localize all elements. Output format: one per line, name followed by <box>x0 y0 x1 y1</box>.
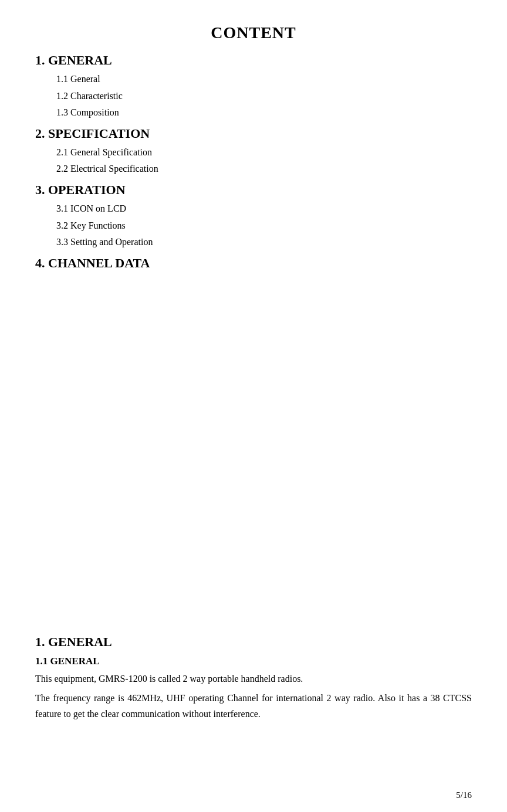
toc-item-3-2: 3.2 Key Functions <box>56 218 472 233</box>
toc-heading-3: 3. OPERATION <box>35 182 472 198</box>
page: CONTENT 1. GENERAL 1.1 General 1.2 Chara… <box>0 0 507 812</box>
toc-item-1-1: 1.1 General <box>56 72 472 87</box>
page-number: 5/16 <box>456 790 472 800</box>
general-para-1: This equipment, GMRS-1200 is called 2 wa… <box>35 671 472 687</box>
toc-item-3-3: 3.3 Setting and Operation <box>56 235 472 250</box>
general-section-heading: 1. GENERAL <box>35 634 472 650</box>
page-title: CONTENT <box>35 23 472 42</box>
toc-section-3: 3. OPERATION 3.1 ICON on LCD 3.2 Key Fun… <box>35 182 472 250</box>
toc-section-1: 1. GENERAL 1.1 General 1.2 Characteristi… <box>35 53 472 120</box>
general-para-2: The frequency range is 462MHz, UHF opera… <box>35 690 472 722</box>
toc-item-3-1: 3.1 ICON on LCD <box>56 201 472 216</box>
toc-heading-4: 4. CHANNEL DATA <box>35 256 472 271</box>
toc-section-2: 2. SPECIFICATION 2.1 General Specificati… <box>35 126 472 176</box>
toc-heading-2: 2. SPECIFICATION <box>35 126 472 141</box>
general-subsection-heading: 1.1 GENERAL <box>35 655 472 667</box>
toc-heading-1: 1. GENERAL <box>35 53 472 68</box>
toc-section-4: 4. CHANNEL DATA <box>35 256 472 271</box>
toc-item-2-1: 2.1 General Specification <box>56 145 472 160</box>
toc-item-1-2: 1.2 Characteristic <box>56 89 472 104</box>
toc-item-1-3: 1.3 Composition <box>56 105 472 120</box>
toc-item-2-2: 2.2 Electrical Specification <box>56 161 472 176</box>
general-section: 1. GENERAL 1.1 GENERAL This equipment, G… <box>35 634 472 722</box>
